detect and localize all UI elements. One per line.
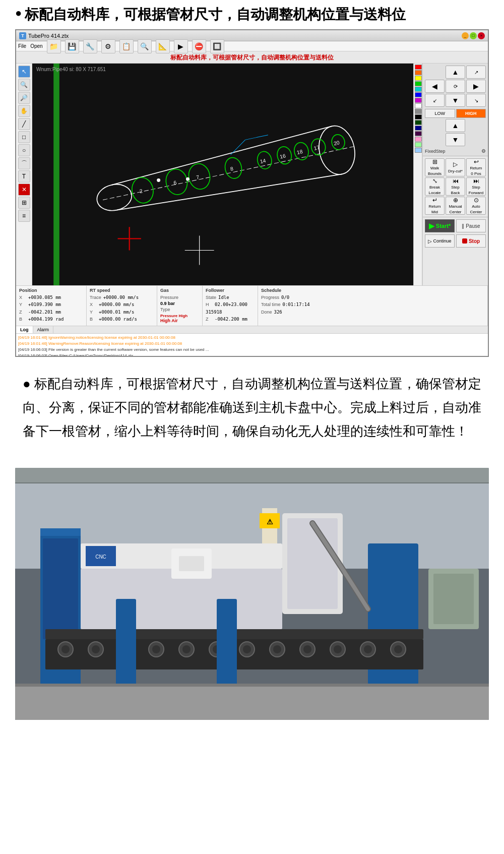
toolbar-icon-8[interactable]: ▶ [174,39,188,53]
speed-y-label: Y [90,309,97,316]
tool-line[interactable]: ╱ [18,118,30,130]
tool-select[interactable]: ↖ [18,66,30,78]
close-button[interactable]: × [478,32,485,39]
walk-bounds-button[interactable]: ⊞ WalkBounds [425,158,445,176]
menu-open[interactable]: Open [30,43,42,49]
log-tab-alarm[interactable]: Alarm [33,326,54,333]
canvas-area[interactable]: Wnum:Pipe40 si: 80 X 717.651 [32,64,413,285]
jog-down[interactable]: ▼ [446,94,465,107]
fixed-step-label: FixedStep [425,149,446,154]
auto-center-label: AutoCenter [470,204,482,215]
color-white[interactable] [415,103,422,108]
toolbar-icon-4[interactable]: ⚙ [101,39,115,53]
color-magenta[interactable] [415,98,422,103]
follower-state-value: Idle [218,294,229,301]
jog-down-right[interactable]: ↘ [466,94,486,107]
tool-pan[interactable]: ✋ [18,105,30,117]
maximize-button[interactable]: □ [470,32,477,39]
color-orange[interactable] [415,70,422,75]
follower-h-value: 02.00+23.000 [215,301,247,308]
color-black[interactable] [415,114,422,119]
color-blue[interactable] [415,92,422,97]
color-yellow[interactable] [415,76,422,81]
vjog-down[interactable]: ▼ [446,133,465,146]
gas-title: Gas [160,288,199,293]
gas-pressure-value: 0.9 bar [160,301,199,306]
color-lightgreen[interactable] [415,142,422,147]
color-gray[interactable] [415,109,422,114]
banner-title: 标配自动料库，可根据管材尺寸，自动调整机构位置与送料位 [25,4,406,25]
color-red[interactable] [415,65,422,70]
tool-arc[interactable]: ⌒ [18,157,30,169]
svg-point-70 [364,645,372,653]
jog-right[interactable]: ▶ [466,80,486,93]
color-darkpurple[interactable] [415,131,422,136]
return-pos-button[interactable]: ↩ Return0 Pos [466,158,486,176]
fixed-step-gear[interactable]: ⚙ [481,148,486,154]
vjog-blank4 [466,133,486,146]
toolbar-icon-5[interactable]: 📋 [119,39,134,53]
vertical-jog-grid: ▲ ▼ [425,119,486,146]
toolbar-icon-9[interactable]: ⛔ [192,39,206,53]
jog-up-right[interactable]: ↗ [466,66,486,79]
follower-y-value: 315918 [206,309,222,316]
color-darkgreen[interactable] [415,120,422,125]
color-darkblue[interactable] [415,126,422,131]
step-forward-button[interactable]: ⏭ StepForward [466,177,486,196]
color-pink[interactable] [415,137,422,142]
step-back-button[interactable]: ⏮ StepBack [446,177,465,196]
toolbar-icon-2[interactable]: 💾 [65,39,79,53]
vjog-up[interactable]: ▲ [446,119,465,132]
return-mid-button[interactable]: ↵ ReturnMid [425,197,445,215]
follower-state-label: State [206,294,216,301]
gas-pressure-indicator: Pressure High [160,314,199,318]
stop-button[interactable]: Stop [456,234,486,248]
toolbar-icon-6[interactable]: 🔍 [138,39,152,53]
tool-cross-red[interactable]: ✕ [18,184,30,196]
jog-home[interactable]: ⟳ [446,80,465,93]
jog-up[interactable]: ▲ [446,66,465,79]
color-green[interactable] [415,81,422,86]
pos-x-row: X +0030.085 mm [19,294,83,301]
title-bar-controls[interactable]: _ □ × [462,32,485,39]
toolbar-icon-10[interactable]: 🔲 [210,39,224,53]
log-entry-2: [04/19 16:01:46] WarningRemove:Reason/li… [18,341,486,347]
svg-rect-77 [15,685,489,720]
minimize-button[interactable]: _ [462,32,469,39]
break-locate-label: BreakLocate [428,185,440,196]
pause-button[interactable]: ‖ Pause [456,219,486,232]
toolbar-icon-3[interactable]: 🔧 [83,39,97,53]
speed-low-button[interactable]: LOW [425,109,455,118]
color-cyan[interactable] [415,87,422,92]
tool-rect[interactable]: □ [18,131,30,143]
toolbar-icon-1[interactable]: 📁 [47,39,61,53]
menu-file[interactable]: File [18,43,26,49]
continue-button[interactable]: ▷ Continue [425,234,455,248]
toolbar-icon-7[interactable]: 📐 [156,39,170,53]
dry-cut-button[interactable]: ▷ Dry-cut* [446,158,465,176]
log-tab-log[interactable]: Log [16,326,33,333]
start-button[interactable]: ▶ Start* [425,219,455,232]
speed-trace-label: Trace [90,294,101,301]
tool-text[interactable]: T [18,170,30,182]
tool-circle[interactable]: ○ [18,144,30,156]
auto-center-button[interactable]: ⊙ AutoCenter [466,197,486,215]
jog-down-left[interactable]: ↙ [425,94,445,107]
jog-left[interactable]: ◀ [425,80,445,93]
schedule-section: Schedule Progress 0/0 Total time 0:01:17… [258,286,488,326]
tool-grid[interactable]: ⊞ [18,197,30,209]
return-pos-label: Return0 Pos [470,166,482,176]
tool-layers[interactable]: ≡ [18,210,30,222]
func-section: ⊞ WalkBounds ▷ Dry-cut* ↩ Return0 Pos ⤡ … [423,156,488,217]
tool-zoom-out[interactable]: 🔎 [18,92,30,104]
title-bar-text: TubePro 414.ztx [28,33,462,39]
schedule-time-label: Total time [261,301,281,308]
manual-center-button[interactable]: ⊕ ManualCenter [446,197,465,215]
step-back-label: StepBack [451,185,460,196]
main-paragraph: ● 标配自动料库，可根据管材尺寸，自动调整机构位置与送料位置，确保管材定向、分离… [23,372,481,443]
speed-high-button[interactable]: HIGH [456,109,486,118]
main-area: ↖ 🔍 🔎 ✋ ╱ □ ○ ⌒ T ✕ ⊞ ≡ Wnum:Pipe40 si: … [16,64,488,285]
color-lightblue[interactable] [415,148,422,153]
tool-zoom-in[interactable]: 🔍 [18,79,30,91]
break-locate-button[interactable]: ⤡ BreakLocate [425,177,445,196]
